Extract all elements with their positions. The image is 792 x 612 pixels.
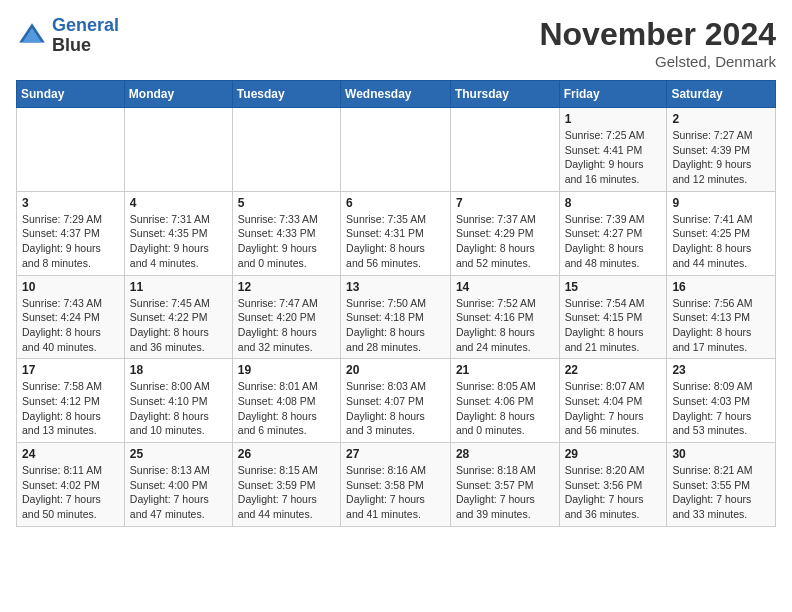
day-info: Sunrise: 8:20 AM Sunset: 3:56 PM Dayligh… (565, 463, 662, 522)
weekday-header-monday: Monday (124, 81, 232, 108)
day-number: 5 (238, 196, 335, 210)
day-number: 29 (565, 447, 662, 461)
day-info: Sunrise: 8:01 AM Sunset: 4:08 PM Dayligh… (238, 379, 335, 438)
day-info: Sunrise: 7:33 AM Sunset: 4:33 PM Dayligh… (238, 212, 335, 271)
day-number: 11 (130, 280, 227, 294)
calendar-cell: 15Sunrise: 7:54 AM Sunset: 4:15 PM Dayli… (559, 275, 667, 359)
calendar-cell: 30Sunrise: 8:21 AM Sunset: 3:55 PM Dayli… (667, 443, 776, 527)
day-info: Sunrise: 8:11 AM Sunset: 4:02 PM Dayligh… (22, 463, 119, 522)
day-info: Sunrise: 7:50 AM Sunset: 4:18 PM Dayligh… (346, 296, 445, 355)
calendar-cell (17, 108, 125, 192)
day-number: 22 (565, 363, 662, 377)
day-info: Sunrise: 7:45 AM Sunset: 4:22 PM Dayligh… (130, 296, 227, 355)
logo-text: General Blue (52, 16, 119, 56)
calendar-cell: 29Sunrise: 8:20 AM Sunset: 3:56 PM Dayli… (559, 443, 667, 527)
weekday-header-tuesday: Tuesday (232, 81, 340, 108)
weekday-header-friday: Friday (559, 81, 667, 108)
calendar-cell (341, 108, 451, 192)
day-number: 28 (456, 447, 554, 461)
calendar-cell: 1Sunrise: 7:25 AM Sunset: 4:41 PM Daylig… (559, 108, 667, 192)
day-number: 24 (22, 447, 119, 461)
day-info: Sunrise: 8:13 AM Sunset: 4:00 PM Dayligh… (130, 463, 227, 522)
calendar-cell: 22Sunrise: 8:07 AM Sunset: 4:04 PM Dayli… (559, 359, 667, 443)
calendar-cell: 27Sunrise: 8:16 AM Sunset: 3:58 PM Dayli… (341, 443, 451, 527)
calendar-cell (124, 108, 232, 192)
day-number: 21 (456, 363, 554, 377)
week-row-4: 17Sunrise: 7:58 AM Sunset: 4:12 PM Dayli… (17, 359, 776, 443)
day-number: 20 (346, 363, 445, 377)
page-header: General Blue November 2024 Gelsted, Denm… (16, 16, 776, 70)
calendar-cell: 23Sunrise: 8:09 AM Sunset: 4:03 PM Dayli… (667, 359, 776, 443)
day-info: Sunrise: 7:52 AM Sunset: 4:16 PM Dayligh… (456, 296, 554, 355)
day-number: 15 (565, 280, 662, 294)
calendar-cell: 13Sunrise: 7:50 AM Sunset: 4:18 PM Dayli… (341, 275, 451, 359)
weekday-header-wednesday: Wednesday (341, 81, 451, 108)
day-info: Sunrise: 7:43 AM Sunset: 4:24 PM Dayligh… (22, 296, 119, 355)
day-number: 1 (565, 112, 662, 126)
day-number: 26 (238, 447, 335, 461)
day-number: 23 (672, 363, 770, 377)
calendar-cell: 5Sunrise: 7:33 AM Sunset: 4:33 PM Daylig… (232, 191, 340, 275)
week-row-5: 24Sunrise: 8:11 AM Sunset: 4:02 PM Dayli… (17, 443, 776, 527)
day-info: Sunrise: 7:54 AM Sunset: 4:15 PM Dayligh… (565, 296, 662, 355)
day-number: 18 (130, 363, 227, 377)
weekday-header-sunday: Sunday (17, 81, 125, 108)
calendar-cell: 6Sunrise: 7:35 AM Sunset: 4:31 PM Daylig… (341, 191, 451, 275)
day-info: Sunrise: 8:05 AM Sunset: 4:06 PM Dayligh… (456, 379, 554, 438)
day-number: 14 (456, 280, 554, 294)
calendar-cell: 7Sunrise: 7:37 AM Sunset: 4:29 PM Daylig… (450, 191, 559, 275)
day-info: Sunrise: 8:18 AM Sunset: 3:57 PM Dayligh… (456, 463, 554, 522)
calendar-cell (450, 108, 559, 192)
day-info: Sunrise: 8:21 AM Sunset: 3:55 PM Dayligh… (672, 463, 770, 522)
calendar-cell: 9Sunrise: 7:41 AM Sunset: 4:25 PM Daylig… (667, 191, 776, 275)
calendar-cell: 21Sunrise: 8:05 AM Sunset: 4:06 PM Dayli… (450, 359, 559, 443)
day-info: Sunrise: 7:27 AM Sunset: 4:39 PM Dayligh… (672, 128, 770, 187)
calendar-cell: 11Sunrise: 7:45 AM Sunset: 4:22 PM Dayli… (124, 275, 232, 359)
day-number: 16 (672, 280, 770, 294)
day-info: Sunrise: 7:39 AM Sunset: 4:27 PM Dayligh… (565, 212, 662, 271)
day-number: 19 (238, 363, 335, 377)
calendar-cell: 14Sunrise: 7:52 AM Sunset: 4:16 PM Dayli… (450, 275, 559, 359)
week-row-2: 3Sunrise: 7:29 AM Sunset: 4:37 PM Daylig… (17, 191, 776, 275)
day-info: Sunrise: 8:03 AM Sunset: 4:07 PM Dayligh… (346, 379, 445, 438)
calendar-cell: 26Sunrise: 8:15 AM Sunset: 3:59 PM Dayli… (232, 443, 340, 527)
day-info: Sunrise: 7:41 AM Sunset: 4:25 PM Dayligh… (672, 212, 770, 271)
calendar-cell (232, 108, 340, 192)
calendar-cell: 25Sunrise: 8:13 AM Sunset: 4:00 PM Dayli… (124, 443, 232, 527)
location: Gelsted, Denmark (539, 53, 776, 70)
day-number: 27 (346, 447, 445, 461)
day-info: Sunrise: 8:07 AM Sunset: 4:04 PM Dayligh… (565, 379, 662, 438)
day-info: Sunrise: 7:47 AM Sunset: 4:20 PM Dayligh… (238, 296, 335, 355)
weekday-header-row: SundayMondayTuesdayWednesdayThursdayFrid… (17, 81, 776, 108)
calendar-cell: 19Sunrise: 8:01 AM Sunset: 4:08 PM Dayli… (232, 359, 340, 443)
day-info: Sunrise: 8:09 AM Sunset: 4:03 PM Dayligh… (672, 379, 770, 438)
day-info: Sunrise: 7:31 AM Sunset: 4:35 PM Dayligh… (130, 212, 227, 271)
calendar-cell: 16Sunrise: 7:56 AM Sunset: 4:13 PM Dayli… (667, 275, 776, 359)
calendar-cell: 3Sunrise: 7:29 AM Sunset: 4:37 PM Daylig… (17, 191, 125, 275)
day-info: Sunrise: 7:58 AM Sunset: 4:12 PM Dayligh… (22, 379, 119, 438)
day-number: 7 (456, 196, 554, 210)
day-number: 25 (130, 447, 227, 461)
calendar-cell: 24Sunrise: 8:11 AM Sunset: 4:02 PM Dayli… (17, 443, 125, 527)
title-block: November 2024 Gelsted, Denmark (539, 16, 776, 70)
day-info: Sunrise: 7:25 AM Sunset: 4:41 PM Dayligh… (565, 128, 662, 187)
day-info: Sunrise: 7:37 AM Sunset: 4:29 PM Dayligh… (456, 212, 554, 271)
day-number: 6 (346, 196, 445, 210)
logo: General Blue (16, 16, 119, 56)
day-number: 2 (672, 112, 770, 126)
day-info: Sunrise: 8:15 AM Sunset: 3:59 PM Dayligh… (238, 463, 335, 522)
calendar-cell: 8Sunrise: 7:39 AM Sunset: 4:27 PM Daylig… (559, 191, 667, 275)
day-number: 30 (672, 447, 770, 461)
day-number: 13 (346, 280, 445, 294)
calendar-cell: 18Sunrise: 8:00 AM Sunset: 4:10 PM Dayli… (124, 359, 232, 443)
calendar: SundayMondayTuesdayWednesdayThursdayFrid… (16, 80, 776, 527)
day-info: Sunrise: 8:00 AM Sunset: 4:10 PM Dayligh… (130, 379, 227, 438)
calendar-cell: 28Sunrise: 8:18 AM Sunset: 3:57 PM Dayli… (450, 443, 559, 527)
day-number: 10 (22, 280, 119, 294)
day-number: 17 (22, 363, 119, 377)
month-title: November 2024 (539, 16, 776, 53)
logo-icon (16, 20, 48, 52)
calendar-cell: 20Sunrise: 8:03 AM Sunset: 4:07 PM Dayli… (341, 359, 451, 443)
calendar-cell: 10Sunrise: 7:43 AM Sunset: 4:24 PM Dayli… (17, 275, 125, 359)
weekday-header-thursday: Thursday (450, 81, 559, 108)
